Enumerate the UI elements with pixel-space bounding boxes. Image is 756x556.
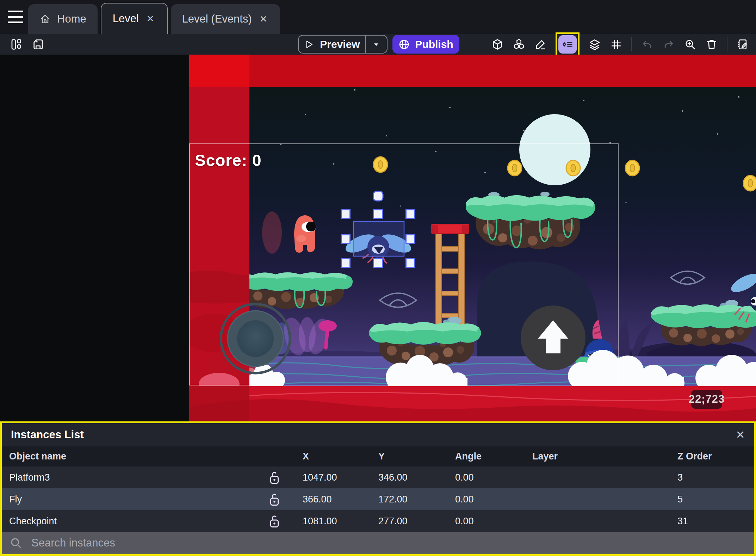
column-header: Angle [455, 451, 532, 462]
column-header: Y [378, 451, 455, 462]
tab-label: Home [57, 13, 86, 25]
caret-down-icon [372, 40, 381, 49]
score-text: Score: 0 [195, 151, 262, 170]
lock-toggle[interactable] [268, 492, 303, 507]
globe-icon [398, 39, 410, 50]
coin [373, 157, 388, 172]
table-row[interactable]: Checkpoint 1081.00 277.00 0.00 31 [2, 510, 754, 532]
column-header: Z Order [677, 451, 754, 462]
table-row[interactable]: Platform3 1047.00 346.00 0.00 3 [2, 467, 754, 488]
instances-list-panel: Instances List ✕ Object name X Y Angle L… [0, 421, 756, 556]
selection-handle[interactable] [406, 259, 415, 267]
coin [743, 175, 756, 191]
preview-button[interactable]: Preview [298, 35, 388, 54]
preview-label: Preview [320, 38, 360, 50]
redo-icon[interactable] [662, 38, 675, 51]
grid-icon[interactable] [610, 38, 622, 51]
panel-title: Instances List [11, 428, 84, 441]
lock-toggle[interactable] [268, 514, 303, 529]
table-row[interactable]: Fly 366.00 172.00 0.00 5 [2, 488, 754, 510]
tab-level[interactable]: Level ✕ [101, 3, 168, 34]
tab-label: Level [113, 12, 139, 25]
cell-zorder: 3 [677, 472, 754, 483]
cell-y: 277.00 [378, 516, 455, 527]
scene-properties-icon[interactable] [736, 38, 749, 51]
instances-table-header: Object name X Y Angle Layer Z Order [2, 446, 754, 467]
red-overlay-stripe[interactable] [189, 55, 256, 421]
tab-label: Level (Events) [182, 13, 252, 25]
selection-handle[interactable] [406, 235, 415, 244]
play-icon [304, 39, 314, 50]
close-icon[interactable]: ✕ [258, 13, 269, 25]
trash-icon[interactable] [705, 38, 718, 51]
object-name: Fly [9, 494, 268, 505]
cell-zorder: 5 [677, 494, 754, 505]
cell-x: 1047.00 [303, 472, 378, 483]
red-overlay-bottom-band [189, 386, 756, 421]
home-icon [39, 13, 51, 25]
cell-x: 366.00 [303, 494, 378, 505]
close-panel-button[interactable]: ✕ [736, 428, 745, 441]
app-window: Home Level ✕ Level (Events) ✕ Preview [0, 0, 756, 556]
tab-home[interactable]: Home [28, 4, 98, 34]
column-header: Object name [9, 451, 268, 462]
preview-dropdown-button[interactable] [365, 36, 387, 53]
search-input[interactable] [31, 537, 754, 549]
selection-handle[interactable] [341, 235, 350, 244]
layers-icon[interactable] [588, 38, 601, 51]
save-icon[interactable] [32, 38, 44, 51]
cell-angle: 0.00 [455, 494, 532, 505]
publish-label: Publish [415, 38, 453, 50]
selection-handle[interactable] [406, 210, 415, 219]
unlock-icon [268, 492, 281, 507]
objects-group-icon[interactable] [513, 38, 525, 51]
coin [566, 160, 580, 176]
cursor-coordinates-badge: 22;723 [691, 390, 722, 409]
column-header: Layer [532, 451, 677, 462]
selection-handle[interactable] [341, 210, 350, 219]
coin [625, 160, 639, 176]
tab-bar: Home Level ✕ Level (Events) ✕ [0, 0, 756, 34]
search-bar [2, 532, 754, 554]
toolbar: Preview Publish [0, 34, 756, 55]
add-object-icon[interactable] [491, 38, 504, 51]
coin [508, 160, 522, 176]
unlock-icon [268, 514, 281, 529]
highlight-box [556, 32, 580, 56]
object-name: Checkpoint [9, 516, 268, 527]
rotation-handle[interactable] [373, 191, 383, 201]
lock-toggle[interactable] [268, 470, 303, 485]
toolbar-divider [631, 37, 632, 51]
toolbar-divider [727, 37, 727, 51]
cell-zorder: 31 [677, 516, 754, 527]
scene-canvas[interactable] [189, 55, 756, 421]
cell-y: 346.00 [378, 472, 455, 483]
close-icon[interactable]: ✕ [145, 13, 156, 25]
undo-icon[interactable] [641, 38, 653, 51]
zoom-in-icon[interactable] [684, 38, 696, 51]
cell-angle: 0.00 [455, 516, 532, 527]
red-overlay-top-band[interactable] [189, 55, 756, 87]
jump-button[interactable] [521, 305, 585, 370]
virtual-joystick[interactable] [221, 304, 290, 373]
menu-icon[interactable] [8, 11, 23, 23]
instances-list-icon[interactable] [558, 35, 577, 54]
selection-handle[interactable] [374, 259, 383, 267]
cell-y: 172.00 [378, 494, 455, 505]
moon[interactable] [519, 114, 590, 185]
column-header: X [303, 451, 378, 462]
publish-button[interactable]: Publish [392, 35, 459, 54]
selection-box[interactable] [353, 221, 404, 256]
selection-handle[interactable] [341, 259, 350, 267]
search-icon [10, 537, 22, 549]
scene-editor-canvas[interactable]: Score: 0 22;723 [0, 55, 756, 421]
unlock-icon [268, 470, 281, 485]
close-icon: ✕ [736, 428, 745, 441]
selection-handle[interactable] [374, 210, 383, 219]
cell-x: 1081.00 [303, 516, 378, 527]
layout-panels-icon[interactable] [10, 38, 23, 51]
edit-pencil-icon[interactable] [534, 38, 547, 51]
cell-angle: 0.00 [455, 472, 532, 483]
object-name: Platform3 [9, 472, 268, 483]
tab-level-events[interactable]: Level (Events) ✕ [171, 4, 280, 34]
